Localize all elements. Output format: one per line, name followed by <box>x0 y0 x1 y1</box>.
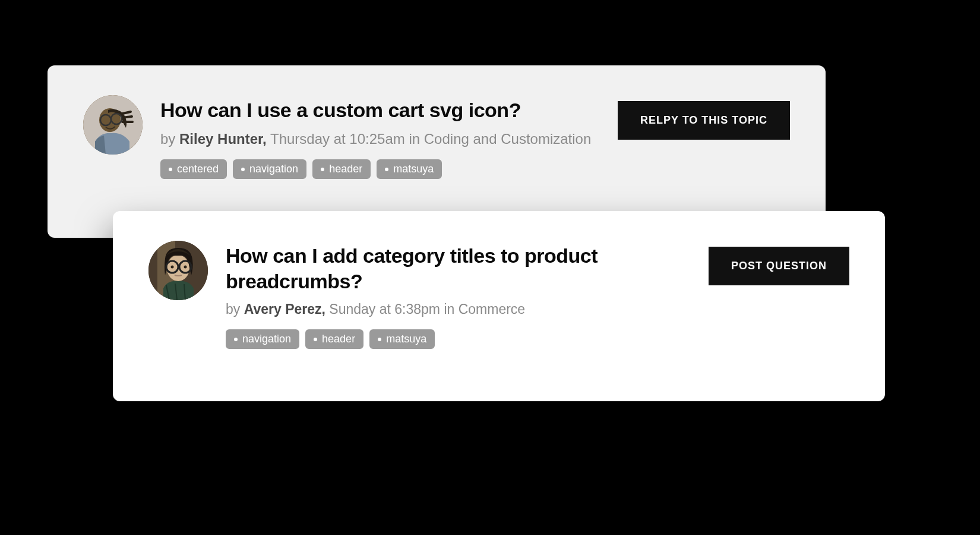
svg-point-12 <box>184 266 187 269</box>
tag[interactable]: header <box>305 329 363 349</box>
tag[interactable]: matsuya <box>377 159 442 179</box>
avatar[interactable] <box>83 95 143 155</box>
tag[interactable]: navigation <box>233 159 306 179</box>
tag[interactable]: centered <box>160 159 227 179</box>
topic-meta: by Riley Hunter, Thursday at 10:25am in … <box>160 129 600 149</box>
avatar-image-icon <box>83 95 143 155</box>
tag[interactable]: navigation <box>226 329 299 349</box>
author-name[interactable]: Avery Perez, <box>244 301 325 317</box>
svg-point-11 <box>171 266 174 269</box>
topic-title[interactable]: How can I add category titles to product… <box>226 243 606 294</box>
topic-title[interactable]: How can I use a custom cart svg icon? <box>160 97 600 123</box>
reply-to-topic-button[interactable]: RELPY TO THIS TOPIC <box>618 101 790 140</box>
avatar-image-icon <box>148 241 208 300</box>
by-label: by <box>226 301 244 317</box>
meta-timestamp-category: Thursday at 10:25am in Coding and Custom… <box>267 131 592 147</box>
forum-topic-card: How can I add category titles to product… <box>113 211 885 401</box>
tag-list: navigation header matsuya <box>226 329 691 349</box>
meta-timestamp-category: Sunday at 6:38pm in Commerce <box>325 301 525 317</box>
topic-meta: by Avery Perez, Sunday at 6:38pm in Comm… <box>226 300 691 319</box>
author-name[interactable]: Riley Hunter, <box>179 131 267 147</box>
topic-content: How can I add category titles to product… <box>226 241 691 349</box>
tag-list: centered navigation header matsuya <box>160 159 600 179</box>
post-question-button[interactable]: POST QUESTION <box>709 247 849 285</box>
avatar[interactable] <box>148 241 208 300</box>
tag[interactable]: header <box>312 159 371 179</box>
by-label: by <box>160 131 179 147</box>
topic-content: How can I use a custom cart svg icon? by… <box>160 95 600 179</box>
tag[interactable]: matsuya <box>369 329 435 349</box>
svg-line-4 <box>110 119 112 120</box>
